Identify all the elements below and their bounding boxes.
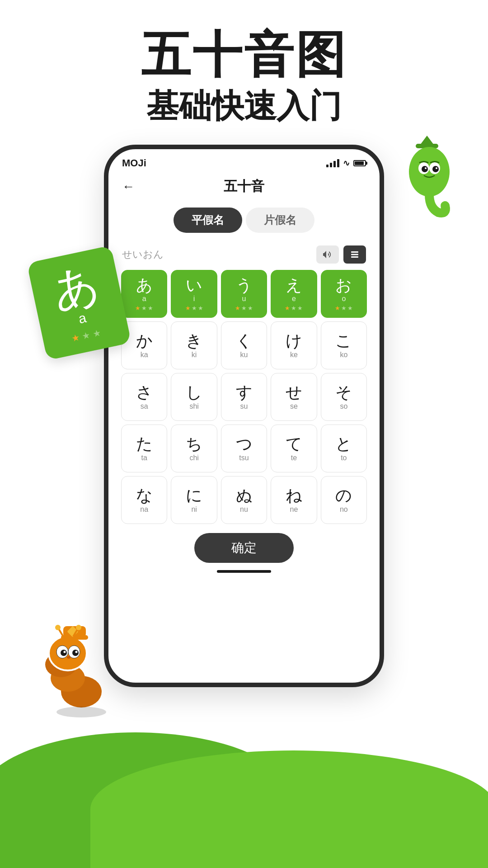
title-area: 五十音图 基础快速入门: [0, 0, 488, 125]
sound-button[interactable]: [316, 245, 339, 264]
tab-hiragana[interactable]: 平假名: [174, 208, 242, 233]
status-icons: ∿: [326, 158, 366, 168]
kana-cell-to[interactable]: とto: [321, 425, 367, 472]
wifi-icon: ∿: [343, 158, 350, 168]
svg-marker-0: [420, 136, 434, 145]
section-row: せいおん: [108, 242, 380, 270]
svg-point-7: [425, 167, 427, 169]
kana-grid: あa★★★いi★★★うu★★★えe★★★おo★★★かkaきkiくkuけkeこko…: [108, 270, 380, 524]
tabs-container: 平假名 片假名: [122, 208, 366, 233]
mascot-green-monster: [393, 136, 461, 226]
nav-bar: ← 五十音: [108, 173, 380, 203]
kana-row-3: たtaちchiつtsuてteとto: [117, 425, 371, 472]
svg-point-18: [61, 650, 67, 656]
svg-rect-28: [351, 251, 358, 253]
card-kana-char: あ: [48, 260, 103, 314]
card-stars: ★ ★ ★: [70, 327, 102, 344]
list-button[interactable]: [343, 245, 366, 264]
hills-decoration: [0, 696, 488, 868]
svg-point-2: [409, 147, 450, 197]
back-button[interactable]: ←: [122, 179, 135, 194]
signal-icon: [326, 159, 339, 167]
svg-rect-29: [351, 254, 358, 255]
kana-row-2: さsaしshiすsuせseそso: [117, 373, 371, 421]
card-star-1: ★: [70, 332, 81, 344]
svg-point-27: [56, 707, 106, 717]
kana-cell-e[interactable]: えe★★★: [271, 270, 317, 318]
svg-point-22: [67, 656, 70, 659]
kana-cell-se[interactable]: せse: [271, 373, 317, 421]
svg-point-24: [55, 625, 61, 630]
phone-screen: MOJi ∿ ← 五十音 平假名: [104, 145, 384, 687]
kana-cell-su[interactable]: すsu: [221, 373, 267, 421]
mascot-worm: [36, 619, 127, 719]
nav-title: 五十音: [224, 177, 264, 196]
svg-point-5: [422, 166, 428, 172]
status-bar: MOJi ∿: [108, 149, 380, 173]
kana-cell-shi[interactable]: しshi: [171, 373, 217, 421]
card-star-3: ★: [92, 327, 102, 340]
kana-row-0: あa★★★いi★★★うu★★★えe★★★おo★★★: [117, 270, 371, 318]
kana-row-1: かkaきkiくkuけkeこko: [117, 321, 371, 369]
svg-point-21: [75, 651, 78, 653]
svg-rect-30: [351, 256, 358, 258]
kana-cell-tsu[interactable]: つtsu: [221, 425, 267, 472]
kana-cell-nu[interactable]: ぬnu: [221, 476, 267, 524]
kana-cell-ki[interactable]: きki: [171, 321, 217, 369]
card-kana-roman: a: [77, 310, 88, 327]
kana-cell-i[interactable]: いi★★★: [171, 270, 217, 318]
section-controls: [316, 245, 366, 264]
kana-cell-ke[interactable]: けke: [271, 321, 317, 369]
svg-point-19: [72, 650, 79, 656]
confirm-button[interactable]: 确定: [194, 533, 294, 563]
svg-point-20: [64, 651, 66, 653]
kana-cell-ne[interactable]: ねne: [271, 476, 317, 524]
hill-front: [90, 750, 488, 868]
kana-cell-so[interactable]: そso: [321, 373, 367, 421]
kana-cell-te[interactable]: てte: [271, 425, 317, 472]
app-name: MOJi: [122, 157, 146, 169]
kana-cell-chi[interactable]: ちchi: [171, 425, 217, 472]
phone-mockup: MOJi ∿ ← 五十音 平假名: [104, 145, 384, 687]
svg-point-6: [432, 166, 439, 172]
kana-cell-sa[interactable]: さsa: [121, 373, 167, 421]
kana-cell-o[interactable]: おo★★★: [321, 270, 367, 318]
tab-katakana[interactable]: 片假名: [246, 208, 314, 233]
home-indicator: [217, 570, 271, 573]
kana-cell-ku[interactable]: くku: [221, 321, 267, 369]
kana-cell-a[interactable]: あa★★★: [121, 270, 167, 318]
svg-point-26: [76, 625, 81, 630]
kana-cell-u[interactable]: うu★★★: [221, 270, 267, 318]
card-star-2: ★: [81, 330, 91, 342]
svg-point-8: [436, 167, 437, 169]
page-title-main: 五十音图: [0, 27, 488, 82]
section-label: せいおん: [122, 248, 164, 261]
kana-cell-ni[interactable]: にni: [171, 476, 217, 524]
kana-cell-na[interactable]: なna: [121, 476, 167, 524]
kana-row-4: なnaにniぬnuねneのno: [117, 476, 371, 524]
kana-cell-ta[interactable]: たta: [121, 425, 167, 472]
kana-cell-no[interactable]: のno: [321, 476, 367, 524]
battery-icon: [353, 160, 366, 166]
page-title-sub: 基础快速入门: [0, 86, 488, 125]
kana-cell-ko[interactable]: こko: [321, 321, 367, 369]
